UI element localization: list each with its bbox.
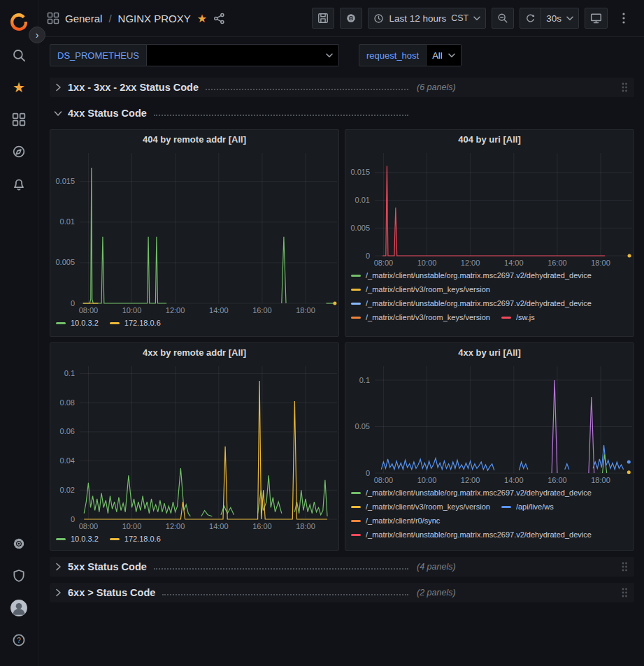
dashboard-variables-bar: DS_PROMETHEUS request_host All [38, 37, 644, 72]
legend-swatch [351, 289, 361, 291]
panel-legend: 10.0.3.2172.18.0.6 [50, 316, 338, 329]
dashboards-grid-icon [12, 113, 26, 126]
legend-item[interactable]: /sw.js [501, 312, 535, 324]
row-header-4xx[interactable]: 4xx Status Code [50, 103, 634, 123]
timeseries-plot[interactable]: 00.020.040.060.080.108:0010:0012:0014:00… [55, 361, 339, 532]
svg-text:16:00: 16:00 [548, 476, 567, 484]
svg-text:0.005: 0.005 [55, 258, 75, 266]
timeseries-chart[interactable]: 00.020.040.060.080.108:0010:0012:0014:00… [50, 361, 338, 532]
variable-request-host-value[interactable]: All [427, 44, 461, 66]
row-dotted-leader [206, 89, 408, 90]
drag-dots-icon [620, 561, 629, 572]
panel-title[interactable]: 404 by uri [All] [345, 130, 634, 148]
legend-item[interactable]: /_matrix/client/v3/room_keys/version [351, 502, 490, 513]
row-drag-handle[interactable] [620, 587, 629, 598]
panel-title[interactable]: 4xx by uri [All] [345, 343, 634, 361]
legend-item[interactable]: 172.18.0.6 [110, 318, 161, 329]
legend-label: 172.18.0.6 [124, 534, 161, 545]
dashboard-canvas: 1xx - 3xx - 2xx Status Code (6 panels) 4… [38, 72, 644, 666]
sidebar-item-help[interactable]: ? [0, 624, 38, 656]
share-icon[interactable] [213, 13, 225, 24]
svg-text:0.01: 0.01 [355, 196, 370, 204]
row-drag-handle[interactable] [620, 82, 629, 93]
legend-label: /_matrix/client/v3/room_keys/version [366, 502, 490, 513]
svg-text:14:00: 14:00 [209, 522, 229, 530]
row-header-6xx[interactable]: 6xx > Status Code (2 panels) [50, 583, 634, 602]
svg-text:16:00: 16:00 [548, 259, 567, 267]
time-range-label: Last 12 hours [389, 13, 446, 24]
panel-title[interactable]: 404 by remote addr [All] [50, 130, 338, 148]
panel-title[interactable]: 4xx by remote addr [All] [50, 343, 338, 361]
save-dashboard-button[interactable] [312, 8, 334, 29]
legend-item[interactable]: /_matrix/client/v3/room_keys/version [351, 284, 490, 296]
legend-label: /_matrix/client/v3/room_keys/version [366, 284, 490, 296]
timeseries-chart[interactable]: 00.0050.010.01508:0010:0012:0014:0016:00… [345, 148, 634, 268]
zoom-out-button[interactable] [492, 8, 514, 29]
legend-swatch [351, 275, 361, 277]
sidebar-expand-button[interactable]: › [29, 27, 45, 43]
svg-text:14:00: 14:00 [504, 259, 524, 267]
sidebar-item-starred[interactable]: ★ [0, 71, 38, 103]
legend-item[interactable]: /_matrix/client/unstable/org.matrix.msc2… [351, 270, 592, 282]
legend-item[interactable]: /_matrix/client/unstable/org.matrix.msc2… [351, 488, 592, 499]
compass-icon [12, 145, 26, 159]
time-range-picker[interactable]: Last 12 hours CST [368, 8, 486, 29]
legend-item[interactable]: 172.18.0.6 [110, 534, 161, 545]
more-options-menu[interactable] [613, 8, 634, 29]
sidebar-item-configuration[interactable] [0, 528, 38, 560]
svg-text:10:00: 10:00 [122, 522, 142, 530]
timeseries-plot[interactable]: 00.050.108:0010:0012:0014:0016:0018:00 [350, 361, 634, 486]
panel-4xx-by-remote-addr: 4xx by remote addr [All] 00.020.040.060.… [50, 342, 339, 551]
legend-swatch [501, 317, 511, 319]
legend-label: /api/live/ws [516, 502, 554, 513]
toolbar-actions: Last 12 hours CST 30s [312, 8, 634, 29]
kebab-menu-icon [622, 13, 625, 24]
breadcrumb-dashboard-title[interactable]: NGINX PROXY [118, 13, 191, 24]
sidebar-item-explore[interactable] [0, 136, 38, 168]
favorite-star-icon[interactable]: ★ [197, 12, 207, 25]
legend-item[interactable]: /_matrix/client/unstable/org.matrix.msc2… [351, 530, 592, 541]
row-header-1xx-3xx-2xx[interactable]: 1xx - 3xx - 2xx Status Code (6 panels) [50, 78, 634, 97]
variable-datasource-label[interactable]: DS_PROMETHEUS [50, 44, 147, 66]
panel-legend: /_matrix/client/unstable/org.matrix.msc2… [345, 486, 634, 541]
legend-item[interactable]: 10.0.3.2 [56, 318, 99, 329]
row-panel-count: (4 panels) [417, 562, 456, 572]
refresh-interval-dropdown[interactable]: 30s [541, 8, 579, 29]
main-area: General / NGINX PROXY ★ [38, 0, 644, 666]
row-dotted-leader [154, 568, 408, 570]
chevron-down-icon [54, 109, 62, 117]
cycle-view-mode-button[interactable] [585, 8, 608, 29]
row-drag-handle[interactable] [620, 561, 629, 572]
svg-text:12:00: 12:00 [166, 522, 185, 530]
variable-request-host-label[interactable]: request_host [359, 44, 427, 66]
panel-404-by-uri: 404 by uri [All] 00.0050.010.01508:0010:… [345, 129, 634, 337]
legend-item[interactable]: /_matrix/client/v3/room_keys/version [351, 312, 490, 324]
legend-item[interactable]: /_matrix/client/r0/sync [351, 516, 440, 527]
timeseries-chart[interactable]: 00.050.108:0010:0012:0014:0016:0018:00 [345, 361, 634, 486]
refresh-button[interactable] [520, 8, 541, 29]
variable-datasource-value[interactable] [147, 44, 339, 66]
row-header-5xx[interactable]: 5xx Status Code (4 panels) [50, 557, 634, 577]
sidebar-item-alerting[interactable] [0, 168, 38, 200]
sidebar-item-server-admin[interactable] [0, 560, 38, 592]
breadcrumb: General / NGINX PROXY ★ [65, 12, 225, 25]
bell-icon [12, 177, 26, 191]
panel-404-by-remote-addr: 404 by remote addr [All] 00.0050.010.015… [50, 129, 339, 337]
legend-item[interactable]: 10.0.3.2 [56, 534, 99, 545]
svg-text:12:00: 12:00 [461, 476, 480, 484]
sidebar-item-dashboards[interactable] [0, 103, 38, 136]
timeseries-plot[interactable]: 00.0050.010.01508:0010:0012:0014:0016:00… [55, 148, 339, 316]
legend-item[interactable]: /api/live/ws [501, 502, 554, 513]
svg-text:0.02: 0.02 [60, 486, 75, 494]
row-title: 1xx - 3xx - 2xx Status Code [68, 82, 199, 93]
timeseries-chart[interactable]: 00.0050.010.01508:0010:0012:0014:0016:00… [50, 148, 338, 316]
timeseries-plot[interactable]: 00.0050.010.01508:0010:0012:0014:0016:00… [350, 148, 634, 268]
dashboard-settings-button[interactable] [340, 8, 362, 29]
sidebar-item-profile[interactable] [0, 592, 38, 624]
legend-swatch [56, 538, 66, 540]
breadcrumb-section[interactable]: General [65, 13, 102, 24]
legend-label: 172.18.0.6 [124, 318, 161, 329]
legend-item[interactable]: /_matrix/client/unstable/org.matrix.msc2… [351, 298, 592, 310]
svg-text:12:00: 12:00 [461, 259, 480, 267]
sidebar-item-search[interactable] [0, 39, 38, 71]
